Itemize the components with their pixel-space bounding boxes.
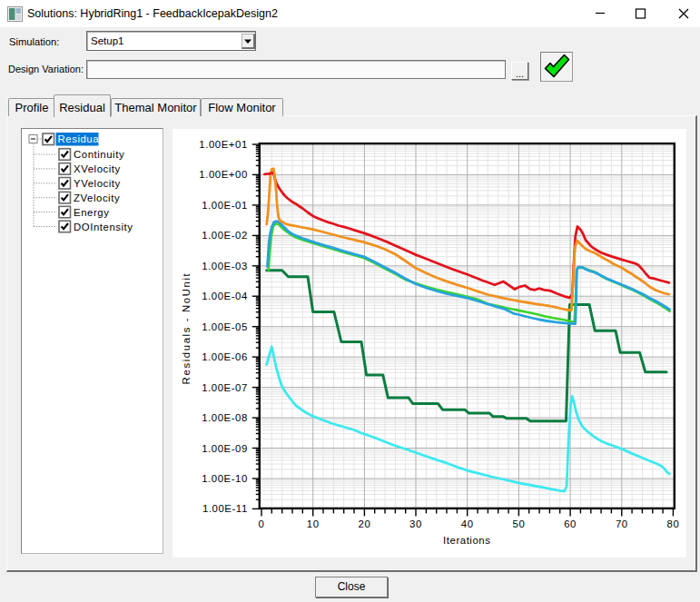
svg-text:20: 20 [358,518,370,529]
svg-text:70: 70 [615,518,627,529]
svg-text:10: 10 [306,518,319,529]
svg-text:1.00E-05: 1.00E-05 [202,321,248,331]
svg-text:50: 50 [512,518,525,529]
svg-text:30: 30 [409,518,422,529]
svg-text:1.00E-06: 1.00E-06 [202,351,248,362]
svg-text:ZVelocity: ZVelocity [74,192,120,202]
svg-text:1.00E+00: 1.00E+00 [199,169,247,180]
svg-text:1.00E-07: 1.00E-07 [202,381,248,392]
svg-text:40: 40 [460,518,473,529]
svg-text:XVelocity: XVelocity [74,163,121,173]
svg-text:1.00E-11: 1.00E-11 [202,503,248,514]
svg-text:1.00E-04: 1.00E-04 [202,291,248,301]
svg-text:Energy: Energy [74,206,109,217]
svg-text:Iterations: Iterations [443,534,490,545]
svg-text:1.00E-09: 1.00E-09 [202,442,248,453]
svg-text:Continuity: Continuity [74,149,124,160]
svg-text:Residual: Residual [57,133,102,144]
svg-text:0: 0 [258,518,264,529]
svg-text:1.00E+01: 1.00E+01 [199,139,247,150]
svg-text:80: 80 [666,518,679,529]
svg-text:1.00E-02: 1.00E-02 [202,230,248,241]
svg-text:YVelocity: YVelocity [74,177,121,188]
svg-text:1.00E-01: 1.00E-01 [202,199,248,210]
svg-text:DOIntensity: DOIntensity [74,221,133,232]
svg-text:1.00E-10: 1.00E-10 [202,473,248,484]
svg-text:1.00E-03: 1.00E-03 [202,260,248,271]
svg-text:1.00E-08: 1.00E-08 [202,412,248,423]
svg-text:Residuals - NoUnit: Residuals - NoUnit [181,271,192,384]
svg-text:60: 60 [564,518,577,529]
